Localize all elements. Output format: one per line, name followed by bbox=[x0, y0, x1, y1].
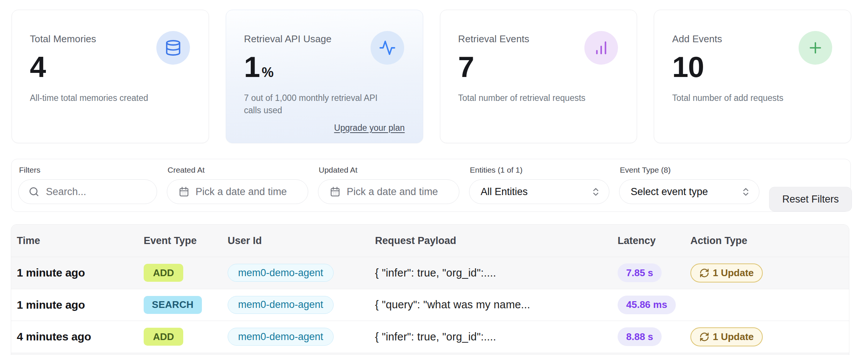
search-input[interactable]: Search... bbox=[18, 179, 157, 204]
table-header-row: Time Event Type User Id Request Payload … bbox=[11, 225, 849, 257]
column-header-action-type: Action Type bbox=[690, 235, 849, 247]
event-type-label: Event Type (8) bbox=[620, 166, 759, 175]
time-cell: 1 minute ago bbox=[17, 266, 144, 279]
created-at-label: Created At bbox=[168, 166, 308, 175]
events-table: Time Event Type User Id Request Payload … bbox=[11, 224, 849, 355]
calendar-icon bbox=[330, 186, 341, 197]
stat-card-retrieval-api-usage: Retrieval API Usage 1 % 7 out of 1,000 m… bbox=[226, 10, 423, 143]
column-header-user-id: User Id bbox=[228, 235, 375, 247]
event-type-badge: ADD bbox=[144, 328, 183, 346]
card-description: 7 out of 1,000 monthly retrieval API cal… bbox=[244, 92, 382, 116]
database-icon bbox=[156, 31, 190, 65]
request-payload-cell: { "infer": true, "org_id":.... bbox=[375, 331, 618, 343]
filters-bar: Filters Search... Created At Pick a date… bbox=[11, 159, 851, 212]
request-payload-cell: { "infer": true, "org_id":.... bbox=[375, 267, 618, 279]
event-type-select[interactable]: Select event type bbox=[619, 179, 759, 204]
chevrons-up-down-icon bbox=[741, 187, 751, 197]
column-header-event-type: Event Type bbox=[144, 235, 228, 247]
latency-badge: 7.85 s bbox=[618, 263, 662, 282]
card-description: Total number of add requests bbox=[672, 92, 810, 104]
search-placeholder: Search... bbox=[46, 186, 86, 198]
updated-at-label: Updated At bbox=[319, 166, 459, 175]
action-type-badge: 1 Update bbox=[690, 327, 763, 346]
filter-reset-group: Reset Filters bbox=[769, 165, 852, 212]
entities-select[interactable]: All Entities bbox=[469, 179, 609, 204]
stat-card-total-memories: Total Memories 4 All-time total memories… bbox=[12, 10, 209, 143]
search-icon bbox=[28, 186, 40, 197]
card-value: 1 bbox=[244, 52, 260, 81]
filter-updated-at-group: Updated At Pick a date and time bbox=[318, 165, 459, 212]
filter-created-at-group: Created At Pick a date and time bbox=[167, 165, 308, 212]
filters-label: Filters bbox=[19, 166, 157, 175]
table-row[interactable]: 1 minute ago ADD mem0-demo-agent { "infe… bbox=[11, 257, 849, 289]
card-value: 7 bbox=[458, 52, 474, 81]
stat-card-add-events: Add Events 10 Total number of add reques… bbox=[654, 10, 851, 143]
time-cell: 1 minute ago bbox=[17, 299, 144, 311]
table-row[interactable]: 4 minutes ago ADD mem0-demo-agent { "inf… bbox=[11, 321, 849, 353]
card-description: All-time total memories created bbox=[30, 92, 168, 104]
updated-at-picker[interactable]: Pick a date and time bbox=[318, 179, 459, 204]
table-row-partial bbox=[11, 353, 849, 355]
user-id-badge: mem0-demo-agent bbox=[228, 296, 334, 314]
created-at-picker[interactable]: Pick a date and time bbox=[167, 179, 308, 204]
card-value: 10 bbox=[672, 52, 704, 81]
updated-at-placeholder: Pick a date and time bbox=[347, 186, 438, 198]
column-header-time: Time bbox=[17, 235, 144, 247]
user-id-badge: mem0-demo-agent bbox=[228, 328, 334, 346]
user-id-badge: mem0-demo-agent bbox=[228, 264, 334, 282]
filter-event-type-group: Event Type (8) Select event type bbox=[619, 165, 759, 212]
event-type-badge: SEARCH bbox=[144, 296, 202, 314]
refresh-icon bbox=[699, 268, 709, 278]
entities-selected-value: All Entities bbox=[481, 186, 528, 198]
card-value-suffix: % bbox=[262, 65, 274, 80]
latency-badge: 8.88 s bbox=[618, 327, 662, 346]
column-header-request-payload: Request Payload bbox=[375, 235, 618, 247]
stats-cards: Total Memories 4 All-time total memories… bbox=[0, 0, 868, 143]
activity-icon bbox=[371, 31, 404, 65]
calendar-icon bbox=[178, 186, 190, 197]
event-type-placeholder: Select event type bbox=[631, 186, 708, 198]
latency-badge: 45.86 ms bbox=[618, 296, 676, 314]
request-payload-cell: { "query": "what was my name... bbox=[375, 299, 618, 311]
table-row[interactable]: 1 minute ago SEARCH mem0-demo-agent { "q… bbox=[11, 289, 849, 321]
refresh-icon bbox=[699, 332, 709, 342]
card-description: Total number of retrieval requests bbox=[458, 92, 596, 104]
entities-label: Entities (1 of 1) bbox=[470, 166, 609, 175]
reset-filters-button[interactable]: Reset Filters bbox=[769, 187, 852, 212]
filter-entities-group: Entities (1 of 1) All Entities bbox=[469, 165, 609, 212]
stat-card-retrieval-events: Retrieval Events 7 Total number of retri… bbox=[440, 10, 637, 143]
action-type-badge: 1 Update bbox=[690, 263, 763, 283]
created-at-placeholder: Pick a date and time bbox=[196, 186, 287, 198]
plus-icon bbox=[799, 31, 832, 65]
bar-chart-icon bbox=[584, 31, 618, 65]
column-header-latency: Latency bbox=[618, 235, 690, 247]
card-value: 4 bbox=[30, 52, 46, 81]
dashboard: Total Memories 4 All-time total memories… bbox=[0, 0, 868, 355]
time-cell: 4 minutes ago bbox=[17, 330, 144, 343]
event-type-badge: ADD bbox=[144, 264, 183, 282]
upgrade-plan-link[interactable]: Upgrade your plan bbox=[334, 123, 405, 133]
chevrons-up-down-icon bbox=[591, 187, 601, 197]
filter-search-group: Filters Search... bbox=[18, 165, 157, 212]
